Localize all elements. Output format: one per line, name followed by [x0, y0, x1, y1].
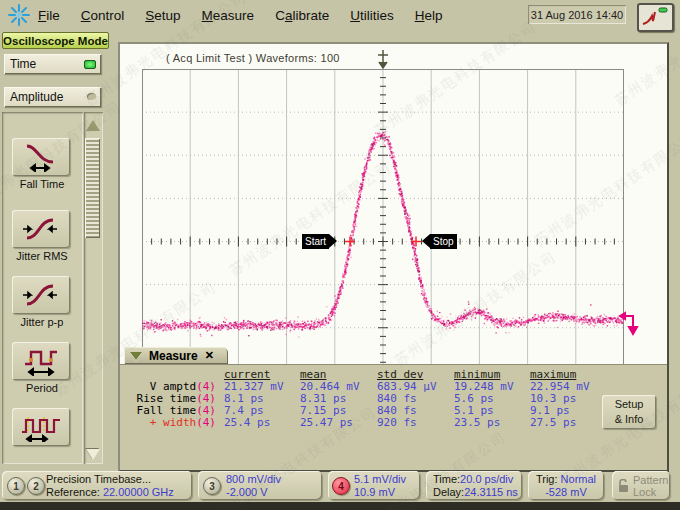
time-reference-marker — [378, 50, 388, 68]
cell: 23.5 ps — [454, 416, 500, 429]
agilent-spark-logo — [6, 3, 32, 27]
run-status-icon[interactable] — [637, 3, 674, 32]
channel-4-scale-button[interactable]: 4 5.1 mV/div10.9 mV — [328, 471, 420, 500]
jitter-pp-label: Jitter p-p — [2, 316, 82, 328]
category-dropdown-value: Amplitude — [10, 90, 63, 104]
waveform-display: ( Acq Limit Test ) Waveforms: 100 — [118, 42, 669, 472]
menu-file[interactable]: File — [38, 8, 60, 23]
period-label: Period — [2, 382, 82, 394]
acquisition-title: ( Acq Limit Test ) Waveforms: 100 — [166, 52, 340, 64]
channel-1-icon[interactable]: 1 — [7, 477, 25, 495]
timebase-line1: Precision Timebase... — [46, 473, 174, 486]
stop-marker-flag[interactable]: Stop — [430, 234, 457, 249]
multi-period-icon — [19, 412, 63, 442]
measurement-scrollbar[interactable] — [84, 112, 103, 464]
timebase-button[interactable]: 1 2 Precision Timebase... Reference: 22.… — [2, 471, 192, 500]
datetime-display: 31 Aug 2016 14:40 — [528, 5, 626, 24]
jitter-rms-label: Jitter RMS — [2, 250, 82, 262]
cell: 25.47 ps — [300, 416, 353, 429]
menu-control[interactable]: Control — [81, 8, 125, 23]
pattern-lock-button[interactable]: PatternLock — [612, 471, 670, 500]
time-delay-button[interactable]: Time:20.0 ps/div Delay:24.3115 ns — [426, 471, 522, 500]
bezel-bottom-strip — [0, 502, 680, 510]
measurement-list: Fall Time Jitter RMS Jitter p-p — [2, 112, 83, 464]
scroll-thumb[interactable] — [85, 138, 100, 238]
row-label: + width(4) — [120, 416, 216, 429]
menu-measure[interactable]: Measure — [202, 8, 255, 23]
measure-tab[interactable]: Measure ✕ — [124, 347, 228, 364]
off-led-icon — [87, 93, 96, 100]
cell: 25.4 ps — [224, 416, 270, 429]
menu-calibrate[interactable]: Calibrate — [275, 8, 329, 23]
measure-tab-title: Measure — [149, 349, 198, 363]
period-button[interactable] — [12, 342, 70, 380]
measure-results-panel: current mean std dev minimum maximum V a… — [120, 364, 667, 470]
lock-icon — [617, 479, 630, 493]
channel-3-icon[interactable]: 3 — [203, 477, 221, 495]
mode-label: Oscilloscope Mode — [2, 32, 109, 49]
menu-utilities[interactable]: Utilities — [350, 8, 394, 23]
setup-info-button[interactable]: Setup& Info — [602, 395, 656, 429]
start-marker-flag[interactable]: Start — [302, 234, 329, 249]
source-dropdown[interactable]: Time — [4, 54, 101, 74]
scroll-down-icon[interactable] — [86, 449, 100, 460]
oscilloscope-screen: File Control Setup Measure Calibrate Uti… — [0, 0, 680, 510]
fall-time-icon — [19, 142, 63, 172]
green-led-icon — [84, 60, 96, 69]
trigger-button[interactable]: Trig: Normal -528 mV — [528, 471, 604, 500]
scroll-up-icon[interactable] — [86, 120, 100, 131]
jitter-rms-button[interactable] — [12, 210, 70, 248]
status-bar: 1 2 Precision Timebase... Reference: 22.… — [0, 470, 680, 502]
channel-2-icon[interactable]: 2 — [27, 477, 45, 495]
close-icon[interactable]: ✕ — [205, 349, 214, 362]
menu-setup[interactable]: Setup — [145, 8, 180, 23]
menu-bar: File Control Setup Measure Calibrate Uti… — [0, 0, 680, 30]
cell: 27.5 ps — [530, 416, 576, 429]
jitter-rms-icon — [19, 214, 63, 244]
collapse-icon[interactable] — [130, 352, 142, 360]
multi-period-button[interactable] — [12, 408, 70, 446]
category-dropdown[interactable]: Amplitude — [4, 87, 101, 107]
sidebar: Oscilloscope Mode Time Amplitude Fall Ti… — [0, 30, 110, 470]
fall-time-button[interactable] — [12, 138, 70, 176]
fall-time-label: Fall Time — [2, 178, 82, 190]
jitter-pp-icon — [19, 280, 63, 310]
menu-help[interactable]: Help — [415, 8, 443, 23]
source-dropdown-value: Time — [10, 57, 36, 71]
jitter-pp-button[interactable] — [12, 276, 70, 314]
channel-3-scale-button[interactable]: 3 800 mV/div-2.000 V — [198, 471, 322, 500]
channel-4-icon[interactable]: 4 — [332, 477, 350, 495]
cell: 920 fs — [377, 416, 417, 429]
period-icon — [19, 346, 63, 376]
